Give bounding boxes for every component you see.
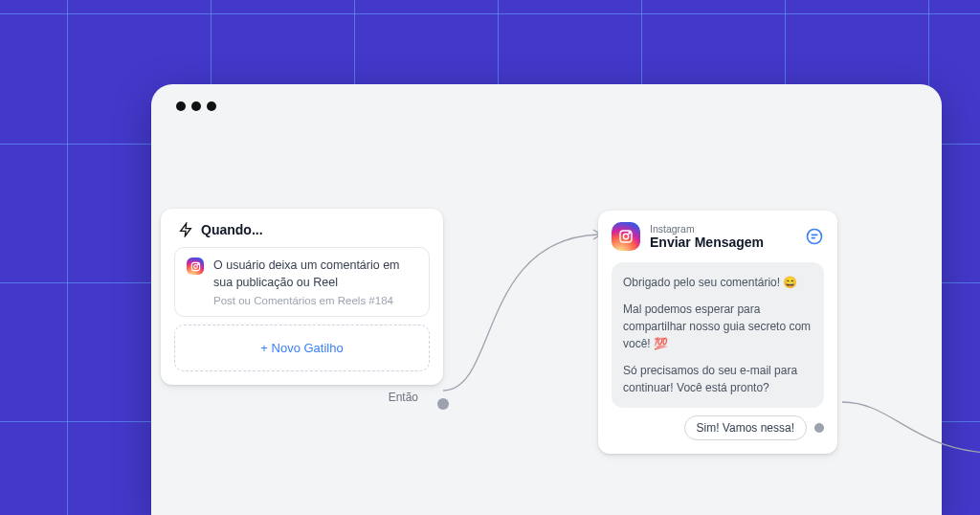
- trigger-header-label: Quando...: [201, 222, 263, 237]
- svg-point-2: [197, 263, 198, 264]
- window-dot: [207, 101, 216, 111]
- message-card-header: Instagram Enviar Mensagem: [598, 211, 837, 260]
- trigger-item[interactable]: O usuário deixa um comentário em sua pub…: [174, 247, 430, 317]
- instagram-icon: [612, 222, 640, 251]
- trigger-item-title: O usuário deixa um comentário em sua pub…: [213, 258, 417, 291]
- svg-point-4: [623, 234, 628, 238]
- flow-connector-right: [835, 381, 980, 467]
- window-controls[interactable]: [176, 101, 216, 111]
- message-card[interactable]: Instagram Enviar Mensagem Obrigado pelo …: [598, 211, 837, 454]
- quick-reply-label: Sim! Vamos nessa!: [684, 415, 807, 440]
- message-line: Mal podemos esperar para compartilhar no…: [623, 301, 813, 352]
- message-line: Obrigado pelo seu comentário! 😄: [623, 274, 813, 291]
- trigger-card[interactable]: Quando... O usuário deixa um comentário …: [161, 209, 443, 385]
- svg-point-5: [629, 233, 630, 234]
- window-dot: [191, 101, 201, 111]
- output-knob[interactable]: [437, 398, 449, 410]
- window-dot: [176, 101, 186, 111]
- grid-line-v: [67, 0, 68, 515]
- svg-point-6: [808, 230, 822, 244]
- grid-line-h: [0, 13, 980, 14]
- message-body[interactable]: Obrigado pelo seu comentário! 😄 Mal pode…: [612, 262, 824, 408]
- lightning-icon: [178, 222, 193, 237]
- svg-point-1: [193, 264, 197, 268]
- new-trigger-label: + Novo Gatilho: [260, 341, 343, 355]
- message-source-label: Instagram: [650, 223, 795, 235]
- output-knob[interactable]: [814, 423, 824, 433]
- trigger-item-sub: Post ou Comentários em Reels #184: [213, 295, 417, 306]
- new-trigger-button[interactable]: + Novo Gatilho: [174, 325, 430, 371]
- instagram-icon: [187, 258, 204, 275]
- quick-reply[interactable]: Sim! Vamos nessa!: [612, 415, 824, 440]
- chat-bubble-icon: [805, 227, 824, 246]
- message-title: Enviar Mensagem: [650, 235, 795, 250]
- then-label: Então: [389, 391, 418, 404]
- trigger-card-header: Quando...: [161, 209, 443, 247]
- message-line: Só precisamos do seu e-mail para continu…: [623, 362, 813, 396]
